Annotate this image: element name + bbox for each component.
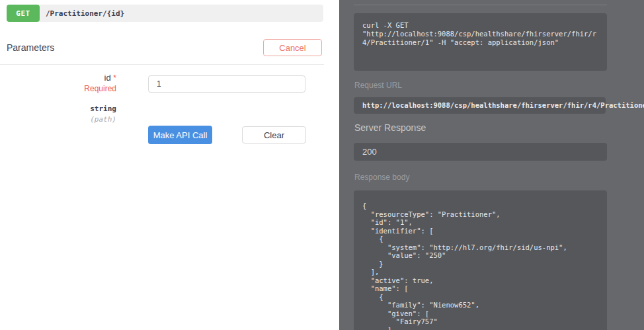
required-asterisk: * bbox=[113, 73, 116, 83]
response-panel: curl -X GET "http://localhost:9088/csp/h… bbox=[339, 0, 644, 330]
param-label-column: id * Required string (path) bbox=[26, 73, 116, 124]
param-location: (path) bbox=[26, 115, 116, 124]
operation-panel: GET /Practitioner/{id} Parameters Cancel… bbox=[0, 0, 339, 330]
request-url-block: http://localhost:9088/csp/healthshare/fh… bbox=[354, 97, 606, 114]
param-id-input[interactable] bbox=[148, 75, 305, 93]
required-label: Required bbox=[26, 84, 116, 93]
curl-command-block: curl -X GET "http://localhost:9088/csp/h… bbox=[354, 13, 607, 71]
curl-command: curl -X GET "http://localhost:9088/csp/h… bbox=[354, 13, 607, 55]
request-url-value: http://localhost:9088/csp/healthshare/fh… bbox=[362, 97, 644, 114]
param-name-text: id bbox=[104, 73, 111, 83]
status-code: 200 bbox=[354, 143, 607, 161]
make-api-call-button[interactable]: Make API Call bbox=[148, 126, 212, 144]
endpoint-path: /Practitioner/{id} bbox=[46, 9, 124, 18]
response-body-block: { "resourceType": "Practitioner", "id": … bbox=[354, 190, 607, 330]
section-divider bbox=[0, 64, 324, 65]
parameters-title: Parameters bbox=[7, 42, 54, 53]
endpoint-header[interactable]: GET /Practitioner/{id} bbox=[7, 5, 323, 22]
top-divider bbox=[354, 5, 607, 5]
cancel-button[interactable]: Cancel bbox=[263, 39, 322, 56]
server-response-title: Server Response bbox=[354, 122, 426, 133]
param-type: string bbox=[26, 104, 116, 113]
http-method-badge: GET bbox=[7, 5, 40, 22]
response-body-label: Response body bbox=[354, 173, 409, 182]
param-name: id * bbox=[26, 73, 116, 83]
status-code-block: 200 bbox=[354, 143, 607, 161]
response-body-json: { "resourceType": "Practitioner", "id": … bbox=[354, 190, 607, 330]
request-url-label: Request URL bbox=[354, 81, 402, 90]
clear-button[interactable]: Clear bbox=[242, 126, 306, 144]
